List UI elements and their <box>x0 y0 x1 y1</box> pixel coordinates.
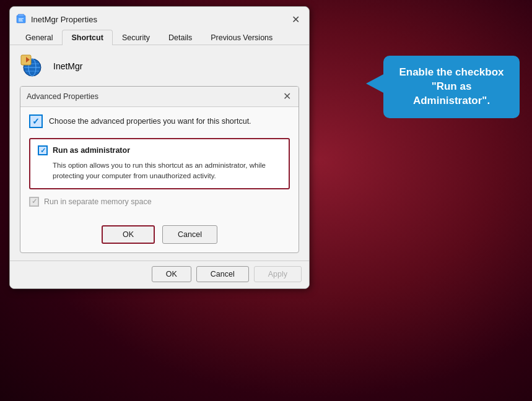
dialog-ok-button[interactable]: OK <box>102 225 155 244</box>
callout-text: Enable the checkbox "Run as Administrato… <box>399 66 504 106</box>
run-as-admin-label: Run as administrator <box>53 146 130 155</box>
run-separate-memory-row: ✓ Run in separate memory space <box>29 197 290 207</box>
tab-previous-versions[interactable]: Previous Versions <box>201 30 282 45</box>
advanced-dialog-title: Advanced Properties <box>27 92 98 101</box>
file-name: InetMgr <box>53 61 82 71</box>
advanced-header-text: Choose the advanced properties you want … <box>49 117 251 126</box>
advanced-dialog: Advanced Properties ✕ ✓ Choose the advan… <box>20 86 299 253</box>
advanced-close-button[interactable]: ✕ <box>282 92 292 101</box>
bottom-apply-button[interactable]: Apply <box>254 266 302 282</box>
run-as-admin-description: This option allows you to run this short… <box>53 160 281 182</box>
window-icon <box>16 14 27 25</box>
run-as-admin-checkmark: ✓ <box>40 147 46 155</box>
advanced-header-checkbox[interactable]: ✓ <box>29 114 43 128</box>
file-icon <box>20 54 45 79</box>
tab-shortcut[interactable]: Shortcut <box>62 30 112 45</box>
bottom-cancel-button[interactable]: Cancel <box>196 266 249 282</box>
bottom-buttons: OK Cancel Apply <box>10 261 309 288</box>
title-bar: InetMgr Properties ✕ <box>10 7 309 29</box>
advanced-header: ✓ Choose the advanced properties you wan… <box>29 114 290 128</box>
run-as-admin-checkbox[interactable]: ✓ <box>38 145 48 155</box>
run-separate-memory-label: Run in separate memory space <box>44 197 152 206</box>
window-title: InetMgr Properties <box>31 15 97 24</box>
close-button[interactable]: ✕ <box>288 12 303 27</box>
advanced-header-checkmark: ✓ <box>32 116 40 126</box>
properties-window: InetMgr Properties ✕ General Shortcut Se… <box>9 6 310 289</box>
run-as-admin-box: ✓ Run as administrator This option allow… <box>29 138 290 189</box>
advanced-title-bar: Advanced Properties ✕ <box>20 87 299 107</box>
svg-rect-1 <box>18 14 24 17</box>
callout-tooltip: Enable the checkbox "Run as Administrato… <box>383 56 520 118</box>
tab-content: InetMgr Advanced Properties ✕ ✓ Choose t… <box>10 45 309 261</box>
run-separate-memory-checkmark: ✓ <box>32 197 37 205</box>
tabs-bar: General Shortcut Security Details Previo… <box>10 29 309 45</box>
run-as-admin-row: ✓ Run as administrator <box>38 145 281 155</box>
dialog-cancel-button[interactable]: Cancel <box>162 225 217 244</box>
run-separate-memory-checkbox: ✓ <box>29 197 39 207</box>
tab-security[interactable]: Security <box>113 30 159 45</box>
tab-general[interactable]: General <box>16 30 62 45</box>
bottom-ok-button[interactable]: OK <box>152 266 191 282</box>
advanced-content: ✓ Choose the advanced properties you wan… <box>20 107 299 219</box>
title-bar-left: InetMgr Properties <box>16 14 97 25</box>
file-info: InetMgr <box>20 54 299 79</box>
tab-details[interactable]: Details <box>159 30 201 45</box>
dialog-buttons: OK Cancel <box>20 219 299 252</box>
